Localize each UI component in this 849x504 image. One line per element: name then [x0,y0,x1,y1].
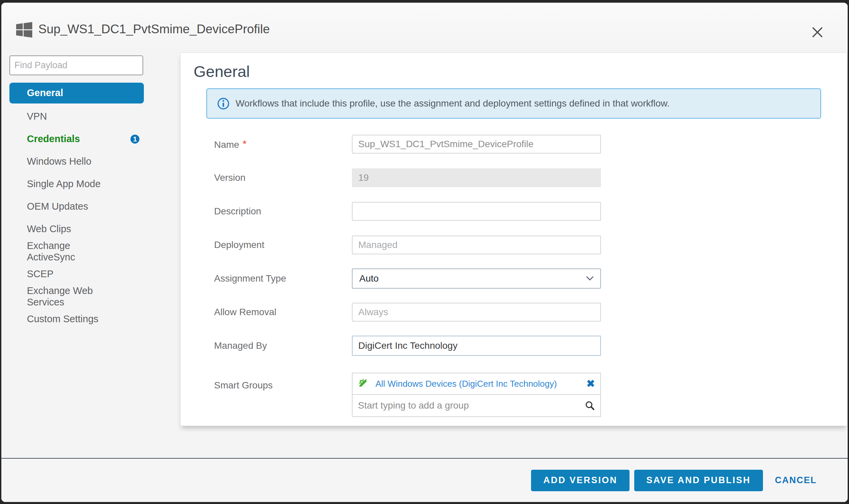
assignment-type-row: Assignment Type Auto [214,269,847,288]
smart-group-chip: All Windows Devices (DigiCert Inc Techno… [352,373,601,395]
sidebar-item-scep[interactable]: SCEP [10,263,144,285]
sidebar-item-general[interactable]: General [10,83,144,104]
allow-removal-label: Allow Removal [214,307,352,318]
version-label: Version [214,173,352,183]
sidebar-item-web-clips[interactable]: Web Clips [10,218,144,240]
windows-logo-icon [16,22,32,38]
smart-groups-row: Smart Groups All Windows Devices (DigiCe… [214,370,847,417]
chevron-down-icon [586,276,594,281]
magic-wand-icon [358,377,371,390]
smart-group-link[interactable]: All Windows Devices (DigiCert Inc Techno… [375,379,582,389]
version-field [352,168,601,187]
sidebar-item-vpn[interactable]: VPN [10,105,144,128]
deployment-label: Deployment [214,239,352,250]
smart-group-search-input[interactable] [358,400,585,411]
remove-group-icon[interactable]: ✖ [586,379,595,389]
name-field[interactable] [352,135,601,154]
assignment-type-select[interactable]: Auto [352,268,601,289]
managed-by-label: Managed By [214,340,352,351]
sidebar-item-exchange-web-services[interactable]: Exchange Web Services [10,285,144,308]
sidebar-item-exchange-activesync[interactable]: Exchange ActiveSync [10,240,144,263]
device-profile-dialog: Sup_WS1_DC1_PvtSmime_DeviceProfile Gener… [1,3,848,502]
managed-by-row: Managed By [214,336,847,355]
credentials-count-badge: 1 [129,133,141,144]
smart-groups-label: Smart Groups [214,380,352,391]
sidebar-item-windows-hello[interactable]: Windows Hello [10,150,144,173]
close-icon[interactable] [811,25,824,39]
search-icon [585,400,595,411]
version-row: Version [214,168,847,187]
info-banner: Workflows that include this profile, use… [206,88,821,119]
deployment-row: Deployment [214,236,847,254]
allow-removal-field[interactable] [352,303,601,322]
panel-heading: General [194,63,847,80]
sidebar-item-credentials[interactable]: Credentials 1 [10,128,144,150]
smart-group-search [352,395,601,417]
deployment-field[interactable] [352,236,601,254]
name-label: Name* [214,138,352,150]
info-banner-text: Workflows that include this profile, use… [236,98,670,109]
sidebar-item-custom-settings[interactable]: Custom Settings [10,308,144,330]
dialog-header: Sup_WS1_DC1_PvtSmime_DeviceProfile [1,3,848,52]
assignment-type-value: Auto [359,273,379,284]
assignment-type-label: Assignment Type [214,273,352,284]
smart-groups-box: All Windows Devices (DigiCert Inc Techno… [352,373,601,417]
sidebar-item-single-app-mode[interactable]: Single App Mode [10,173,144,195]
dialog-footer: ADD VERSION SAVE AND PUBLISH CANCEL [1,458,848,502]
general-form: Name* Version Description Deployment Ass… [214,135,847,417]
add-version-button[interactable]: ADD VERSION [531,470,630,491]
managed-by-field[interactable] [352,336,601,356]
name-row: Name* [214,135,847,154]
payload-nav: General VPN Credentials 1 Windows Hello … [10,83,144,330]
description-row: Description [214,202,847,221]
dialog-title: Sup_WS1_DC1_PvtSmime_DeviceProfile [38,22,270,36]
required-asterisk: * [243,138,247,149]
save-and-publish-button[interactable]: SAVE AND PUBLISH [634,470,763,491]
cancel-button[interactable]: CANCEL [775,475,817,486]
description-label: Description [214,206,352,217]
allow-removal-row: Allow Removal [214,303,847,322]
find-payload-input[interactable] [10,55,143,75]
payload-sidebar: General VPN Credentials 1 Windows Hello … [10,55,144,330]
description-field[interactable] [352,202,601,221]
general-panel: General Workflows that include this prof… [180,52,847,426]
sidebar-item-oem-updates[interactable]: OEM Updates [10,195,144,218]
info-icon [217,97,230,110]
